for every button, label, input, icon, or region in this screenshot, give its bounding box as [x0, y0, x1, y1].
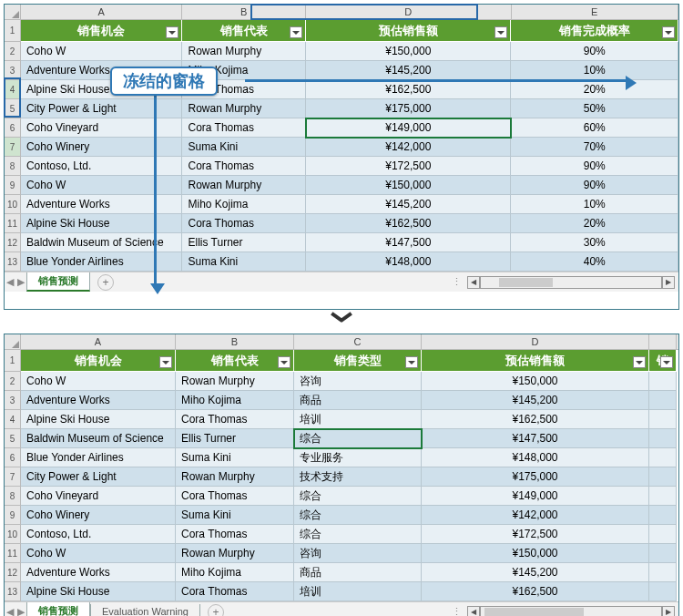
row-header[interactable]: 7	[5, 138, 21, 157]
cell[interactable]: ¥150,000	[422, 372, 649, 391]
cell[interactable]: ¥162,500	[306, 214, 511, 233]
cell[interactable]: ¥147,500	[306, 233, 511, 252]
cell[interactable]: ¥162,500	[306, 80, 511, 99]
cell[interactable]: 培训	[294, 410, 422, 429]
cell[interactable]: 30%	[511, 233, 678, 252]
sheet-tab-inactive[interactable]: Evaluation Warning	[90, 604, 200, 616]
filter-dropdown-icon[interactable]	[660, 356, 673, 368]
table-header[interactable]: 销售完成概率	[511, 20, 678, 42]
cell[interactable]: ¥175,000	[306, 99, 511, 118]
row-header[interactable]: 7	[5, 467, 21, 487]
row-header[interactable]: 6	[5, 448, 21, 467]
horizontal-scrollbar[interactable]: ⋮ ◀ ▶	[452, 606, 675, 617]
cell[interactable]: Rowan Murphy	[176, 372, 294, 391]
horizontal-scrollbar[interactable]: ⋮ ◀ ▶	[452, 276, 675, 289]
cell[interactable]: Baldwin Museum of Science	[21, 429, 176, 448]
cell[interactable]: Coho W	[21, 42, 183, 61]
cell[interactable]: 60%	[511, 118, 678, 138]
cell[interactable]: ¥172,500	[306, 157, 511, 176]
cell[interactable]: 70%	[511, 138, 678, 157]
cell[interactable]: Ellis Turner	[182, 233, 306, 252]
cell[interactable]: Rowan Murphy	[182, 42, 306, 61]
filter-dropdown-icon[interactable]	[662, 26, 675, 38]
cell[interactable]: Cora Thomas	[182, 214, 306, 233]
cell[interactable]	[649, 448, 677, 467]
cell[interactable]: ¥172,500	[422, 525, 649, 544]
scroll-right-button[interactable]: ▶	[662, 606, 675, 617]
cell[interactable]: Cora Thomas	[176, 525, 294, 544]
row-header[interactable]: 3	[5, 61, 21, 80]
cell[interactable]: 综合	[294, 525, 422, 544]
scroll-track[interactable]	[480, 276, 662, 289]
cell[interactable]: Blue Yonder Airlines	[21, 448, 176, 467]
cell[interactable]: Cora Thomas	[182, 118, 306, 138]
cell[interactable]: Coho Vineyard	[21, 487, 176, 506]
cell[interactable]: 综合	[294, 506, 422, 525]
cell[interactable]: ¥145,200	[306, 195, 511, 214]
cell[interactable]: 40%	[511, 252, 678, 272]
cell[interactable]: 咨询	[294, 372, 422, 391]
cell[interactable]: Miho Kojima	[182, 195, 306, 214]
cell[interactable]: Suma Kini	[176, 448, 294, 467]
row-header[interactable]: 10	[5, 195, 21, 214]
cell[interactable]	[649, 429, 677, 448]
grid[interactable]: 1销售机会销售代表销售类型预估销售额销2Coho WRowan Murphy咨询…	[5, 350, 678, 601]
cell[interactable]: Coho W	[21, 544, 176, 563]
cell[interactable]: 10%	[511, 61, 678, 80]
cell[interactable]: Coho Winery	[21, 138, 183, 157]
cell[interactable]	[649, 487, 677, 506]
row-header[interactable]: 3	[5, 391, 21, 410]
cell[interactable]: 咨询	[294, 544, 422, 563]
cell[interactable]	[649, 391, 677, 410]
col-header-B[interactable]: B	[176, 334, 294, 349]
table-header[interactable]: 销售机会	[21, 350, 176, 372]
filter-dropdown-icon[interactable]	[405, 356, 418, 368]
cell[interactable]: 20%	[511, 80, 678, 99]
row-header[interactable]: 11	[5, 544, 21, 563]
row-header[interactable]: 13	[5, 582, 21, 601]
select-all-corner[interactable]	[5, 334, 21, 349]
cell[interactable]	[649, 544, 677, 563]
sheet-tab-active[interactable]: 销售预测	[26, 272, 90, 292]
row-header[interactable]: 10	[5, 525, 21, 544]
sheet-nav-next[interactable]: ▶	[15, 606, 26, 616]
row-header[interactable]: 4	[5, 410, 21, 429]
scroll-left-button[interactable]: ◀	[467, 606, 480, 617]
cell[interactable]	[649, 410, 677, 429]
cell[interactable]: ¥148,000	[422, 448, 649, 467]
add-sheet-button[interactable]: +	[97, 274, 114, 291]
cell[interactable]: 20%	[511, 214, 678, 233]
cell[interactable]: 培训	[294, 582, 422, 601]
cell[interactable]: 技术支持	[294, 467, 422, 487]
col-header-B[interactable]: B	[182, 5, 306, 19]
col-header-D[interactable]: D	[422, 334, 649, 349]
cell[interactable]: Rowan Murphy	[182, 99, 306, 118]
table-header[interactable]: 预估销售额	[422, 350, 649, 372]
cell[interactable]: 综合	[294, 429, 422, 448]
cell[interactable]: Adventure Works	[21, 391, 176, 410]
filter-dropdown-icon[interactable]	[290, 26, 302, 38]
cell[interactable]: City Power & Light	[21, 99, 183, 118]
row-header[interactable]: 12	[5, 233, 21, 252]
cell[interactable]: Blue Yonder Airlines	[21, 252, 183, 272]
scroll-left-button[interactable]: ◀	[467, 276, 480, 289]
cell[interactable]: Rowan Murphy	[176, 544, 294, 563]
cell[interactable]	[649, 582, 677, 601]
cell[interactable]: Adventure Works	[21, 195, 183, 214]
row-header[interactable]: 8	[5, 487, 21, 506]
cell[interactable]: ¥175,000	[422, 467, 649, 487]
row-header[interactable]: 12	[5, 563, 21, 582]
cell[interactable]: Cora Thomas	[176, 487, 294, 506]
cell[interactable]: ¥145,200	[422, 563, 649, 582]
table-header[interactable]: 预估销售额	[306, 20, 511, 42]
cell[interactable]: Suma Kini	[176, 506, 294, 525]
cell[interactable]: Cora Thomas	[176, 410, 294, 429]
cell[interactable]: ¥149,000	[306, 118, 511, 138]
cell[interactable]: 90%	[511, 42, 678, 61]
cell[interactable]: 90%	[511, 176, 678, 195]
cell[interactable]: Rowan Murphy	[182, 176, 306, 195]
cell[interactable]: Cora Thomas	[182, 157, 306, 176]
cell[interactable]: ¥145,200	[306, 61, 511, 80]
table-header[interactable]: 销售类型	[294, 350, 422, 372]
filter-dropdown-icon[interactable]	[166, 26, 178, 38]
